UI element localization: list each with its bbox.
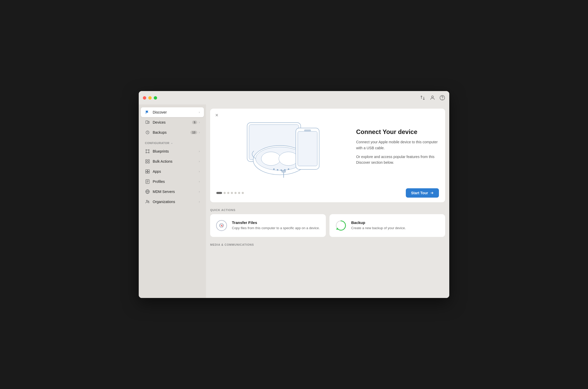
user-icon[interactable] (430, 95, 435, 101)
flag-icon (145, 110, 150, 115)
arrow-right-icon (430, 191, 434, 195)
profiles-icon (145, 179, 150, 184)
svg-point-0 (431, 96, 433, 98)
traffic-lights (143, 96, 157, 100)
svg-rect-46 (282, 170, 285, 173)
hero-text: Connect Your device Connect your Apple m… (351, 128, 439, 169)
devices-badge: 5 (192, 121, 197, 124)
chevron-right-icon: › (199, 200, 200, 204)
svg-point-37 (273, 168, 275, 170)
carousel-dot-6[interactable] (238, 192, 240, 194)
svg-rect-5 (148, 121, 149, 123)
transfer-files-icon-wrap (215, 219, 228, 232)
svg-point-8 (146, 152, 146, 153)
carousel-dots (216, 192, 244, 194)
svg-point-36 (279, 152, 298, 166)
sidebar-item-backups[interactable]: Backups 13 › (141, 128, 204, 137)
transfer-files-desc: Copy files from this computer to a speci… (232, 226, 320, 230)
sidebar-item-discover-label: Discover (153, 110, 199, 114)
chevron-right-icon: › (199, 180, 200, 183)
svg-point-35 (261, 152, 281, 166)
svg-point-29 (146, 200, 148, 201)
hero-card: ✕ (210, 109, 445, 202)
mdm-icon (145, 189, 150, 194)
sidebar-item-blueprints-label: Blueprints (153, 149, 199, 153)
sidebar-item-organizations[interactable]: Organizations › (141, 197, 204, 207)
hero-title: Connect Your device (356, 128, 439, 136)
minimize-button[interactable] (148, 96, 152, 100)
apps-icon (145, 169, 150, 174)
transfer-files-text: Transfer Files Copy files from this comp… (232, 220, 320, 230)
fullscreen-button[interactable] (154, 96, 157, 100)
chevron-right-icon: › (199, 170, 200, 173)
configurator-chevron-icon: ⌄ (171, 141, 173, 145)
carousel-dot-3[interactable] (227, 192, 229, 194)
sidebar-item-apps[interactable]: Apps › (141, 167, 204, 176)
sidebar-item-profiles[interactable]: Profiles › (141, 177, 204, 186)
org-icon (145, 199, 150, 204)
devices-icon (145, 120, 150, 125)
sidebar-item-blueprints[interactable]: Blueprints › (141, 146, 204, 156)
sidebar-item-devices[interactable]: Devices 5 › (141, 117, 204, 127)
chevron-right-icon: › (199, 131, 200, 134)
close-hero-button[interactable]: ✕ (214, 112, 219, 118)
start-tour-label: Start Tour (411, 191, 428, 195)
transfer-files-card[interactable]: Transfer Files Copy files from this comp… (210, 214, 326, 237)
svg-rect-15 (148, 160, 150, 161)
carousel-dot-5[interactable] (234, 192, 237, 194)
transfer-files-title: Transfer Files (232, 220, 320, 225)
carousel-dot-active[interactable] (216, 192, 222, 194)
hero-desc-2: Or explore and access popular features f… (356, 154, 439, 166)
sidebar-item-bulk-actions[interactable]: Bulk Actions › (141, 156, 204, 166)
sidebar: Discover › Devices 5 › (139, 104, 206, 298)
backup-desc: Create a new backup of your device. (351, 226, 406, 230)
configurator-section-header: CONFIGURATOR ⌄ (139, 138, 206, 146)
svg-rect-21 (148, 172, 150, 173)
backup-icon (335, 220, 347, 231)
content-area: ✕ (206, 104, 449, 298)
svg-point-30 (148, 201, 149, 202)
sidebar-item-apps-label: Apps (153, 169, 199, 174)
bulk-actions-icon (145, 159, 150, 164)
svg-point-38 (277, 169, 278, 171)
svg-rect-17 (148, 162, 150, 163)
transfer-files-icon (216, 220, 227, 231)
chevron-right-icon: › (199, 110, 200, 114)
svg-point-41 (288, 168, 289, 170)
sidebar-item-backups-label: Backups (153, 130, 190, 134)
sidebar-item-discover[interactable]: Discover › (141, 107, 204, 117)
svg-rect-43 (298, 131, 317, 166)
app-window: Discover › Devices 5 › (139, 91, 449, 298)
media-section-label: MEDIA & COMMUNICATIONS (210, 241, 445, 249)
close-button[interactable] (143, 96, 146, 100)
start-tour-button[interactable]: Start Tour (406, 188, 439, 198)
chevron-right-icon: › (199, 121, 200, 124)
titlebar-right (420, 95, 445, 101)
backup-card[interactable]: Backup Create a new backup of your devic… (329, 214, 445, 237)
carousel-dot-7[interactable] (242, 192, 244, 194)
sidebar-item-organizations-label: Organizations (153, 200, 199, 204)
backup-text: Backup Create a new backup of your devic… (351, 220, 406, 230)
hero-card-inner: ✕ (210, 109, 445, 188)
svg-point-6 (146, 149, 146, 150)
svg-rect-16 (146, 162, 147, 163)
sidebar-item-mdm-label: MDM Servers (153, 190, 199, 194)
carousel-dot-4[interactable] (231, 192, 233, 194)
blueprints-icon (145, 149, 150, 154)
main-content: Discover › Devices 5 › (139, 104, 449, 298)
svg-rect-14 (146, 160, 147, 161)
svg-point-7 (149, 149, 149, 150)
sidebar-item-bulk-actions-label: Bulk Actions (153, 159, 199, 163)
quick-actions-label: QUICK ACTIONS (210, 206, 445, 214)
svg-rect-20 (146, 172, 148, 173)
carousel-dot-2[interactable] (224, 192, 226, 194)
device-illustration (216, 115, 351, 182)
quick-actions-row: Transfer Files Copy files from this comp… (210, 214, 445, 237)
sidebar-item-mdm-servers[interactable]: MDM Servers › (141, 187, 204, 197)
transfer-icon[interactable] (420, 95, 425, 101)
svg-point-2 (442, 99, 443, 99)
sidebar-item-profiles-label: Profiles (153, 179, 199, 184)
help-icon[interactable] (439, 95, 445, 101)
hero-desc-1: Connect your Apple mobile device to this… (356, 139, 439, 151)
backups-badge: 13 (190, 131, 197, 134)
